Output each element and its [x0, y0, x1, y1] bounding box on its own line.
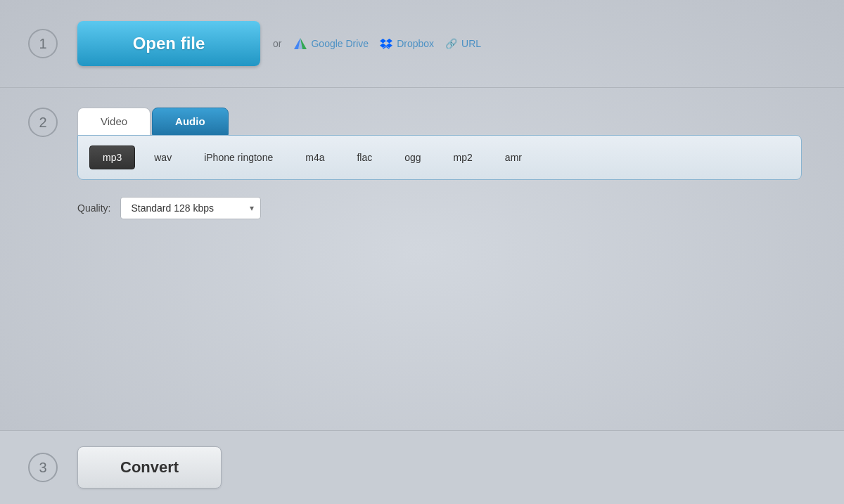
tab-audio[interactable]: Audio	[152, 108, 229, 135]
format-amr[interactable]: amr	[492, 146, 535, 169]
quality-select[interactable]: Standard 128 kbps High 192 kbps Very Hig…	[120, 197, 261, 219]
format-section-content: Video Audio mp3 wav iPhone ringtone m4	[77, 108, 802, 219]
cloud-links: Google Drive Dropbox 🔗 URL	[294, 37, 481, 50]
quality-label: Quality:	[77, 202, 110, 214]
step-2-circle: 2	[28, 108, 58, 137]
open-file-button[interactable]: Open file	[77, 21, 260, 66]
step-1-circle: 1	[28, 29, 58, 58]
link-icon: 🔗	[445, 38, 457, 49]
quality-select-wrapper: Standard 128 kbps High 192 kbps Very Hig…	[120, 197, 261, 219]
format-ogg[interactable]: ogg	[391, 146, 434, 169]
google-drive-link[interactable]: Google Drive	[294, 38, 369, 49]
dropbox-icon	[380, 37, 392, 50]
format-mp2[interactable]: mp2	[440, 146, 486, 169]
tabs-container: Video Audio	[77, 108, 802, 135]
dropbox-link[interactable]: Dropbox	[380, 37, 434, 50]
format-m4a[interactable]: m4a	[292, 146, 338, 169]
format-mp3[interactable]: mp3	[89, 146, 135, 169]
quality-row: Quality: Standard 128 kbps High 192 kbps…	[77, 197, 802, 219]
section-3: 3 Convert	[0, 431, 844, 504]
url-link[interactable]: 🔗 URL	[445, 38, 481, 49]
or-text: or	[273, 38, 281, 49]
section-2: 2 Video Audio mp3 wav i	[0, 88, 844, 431]
tab-video[interactable]: Video	[77, 108, 151, 135]
format-flac[interactable]: flac	[343, 146, 385, 169]
format-iphone-ringtone[interactable]: iPhone ringtone	[191, 146, 286, 169]
section-1: 1 Open file or Google Drive	[0, 0, 844, 88]
format-box: mp3 wav iPhone ringtone m4a flac ogg	[77, 135, 802, 180]
format-wav[interactable]: wav	[141, 146, 185, 169]
step-3-circle: 3	[28, 453, 58, 482]
convert-button[interactable]: Convert	[77, 446, 222, 489]
google-drive-icon	[294, 38, 307, 49]
